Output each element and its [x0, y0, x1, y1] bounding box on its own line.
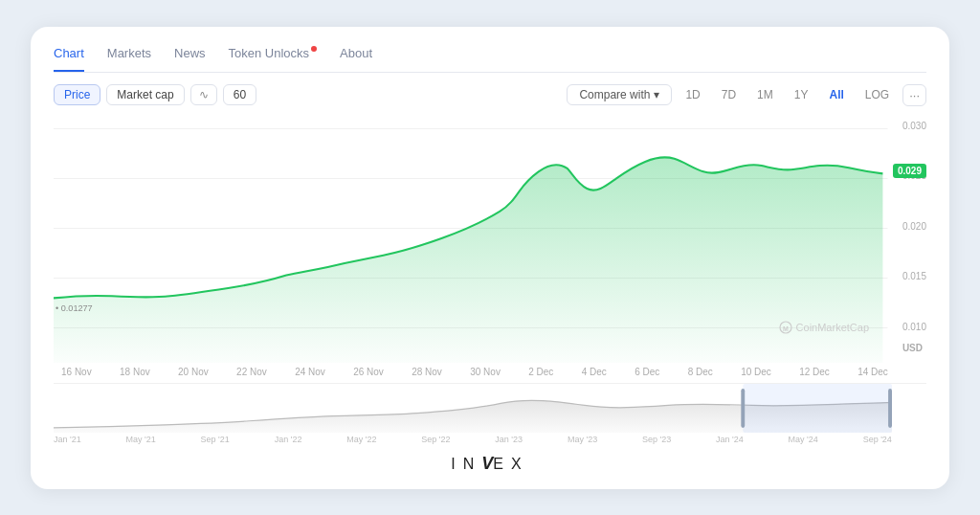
mini-x-label-7: May '23 [568, 435, 597, 444]
nav-tabs: Chart Markets News Token Unlocks About [54, 46, 926, 73]
tab-token-unlocks-label: Token Unlocks [229, 46, 310, 60]
tab-token-unlocks[interactable]: Token Unlocks [229, 46, 318, 72]
watermark: M CoinMarketCap [779, 321, 869, 334]
mini-x-label-9: Jan '24 [716, 435, 744, 444]
mini-x-label-10: May '24 [789, 435, 818, 444]
x-label-11: 8 Dec [688, 367, 713, 377]
x-label-6: 28 Nov [412, 367, 442, 377]
tab-markets-label: Markets [107, 46, 151, 60]
mini-chart-svg [54, 384, 892, 433]
time-1m-button[interactable]: 1M [749, 85, 781, 104]
x-label-10: 6 Dec [635, 367, 659, 377]
mini-x-label-0: Jan '21 [54, 435, 81, 444]
x-label-1: 18 Nov [120, 367, 150, 377]
compare-label: Compare with [579, 88, 650, 101]
mini-x-label-11: Sep '24 [863, 435, 892, 444]
value-button[interactable]: 60 [223, 84, 256, 105]
more-options-button[interactable]: ··· [902, 84, 926, 106]
compare-button[interactable]: Compare with ▾ [567, 84, 672, 105]
usd-label: USD [902, 343, 923, 353]
main-card: Chart Markets News Token Unlocks About P… [31, 27, 949, 489]
toolbar-right: Compare with ▾ 1D 7D 1M 1Y All LOG ··· [567, 84, 926, 106]
x-label-13: 12 Dec [799, 367, 830, 377]
mini-x-label-1: May '21 [126, 435, 156, 444]
time-7d-button[interactable]: 7D [714, 85, 744, 104]
price-button[interactable]: Price [54, 84, 100, 105]
mini-x-label-6: Jan '23 [495, 435, 523, 444]
svg-text:• 0.01277: • 0.01277 [56, 302, 93, 312]
watermark-text: CoinMarketCap [796, 322, 869, 333]
x-label-8: 2 Dec [528, 367, 553, 377]
log-button[interactable]: LOG [858, 85, 897, 104]
mini-chart-area[interactable] [54, 383, 926, 433]
x-label-12: 10 Dec [741, 367, 771, 377]
time-1y-button[interactable]: 1Y [787, 85, 816, 104]
toolbar: Price Market cap ∿ 60 Compare with ▾ 1D … [54, 84, 926, 106]
tab-chart[interactable]: Chart [54, 46, 84, 72]
tab-news[interactable]: News [174, 46, 206, 72]
x-label-0: 16 Nov [61, 367, 92, 377]
mini-x-label-8: Sep '23 [642, 435, 671, 444]
mini-x-label-2: Sep '21 [201, 435, 230, 444]
coinmarketcap-logo-icon: M [779, 321, 792, 334]
tab-news-label: News [174, 46, 206, 60]
svg-rect-11 [888, 389, 892, 428]
marketcap-button[interactable]: Market cap [106, 84, 184, 105]
x-label-7: 30 Nov [470, 367, 501, 377]
chart-line-icon: ∿ [199, 88, 209, 101]
svg-rect-9 [743, 384, 892, 433]
chevron-down-icon: ▾ [654, 88, 659, 101]
mini-x-label-4: May '22 [346, 435, 376, 444]
x-label-5: 26 Nov [353, 367, 384, 377]
x-label-3: 22 Nov [236, 367, 267, 377]
x-label-9: 4 Dec [582, 367, 607, 377]
current-price-tag: 0.029 [893, 164, 926, 178]
x-label-14: 14 Dec [858, 367, 888, 377]
tab-about-label: About [340, 46, 372, 60]
x-label-4: 24 Nov [295, 367, 325, 377]
svg-rect-10 [741, 389, 745, 428]
mini-x-label-3: Jan '22 [275, 435, 302, 444]
tab-markets[interactable]: Markets [107, 46, 151, 72]
mini-x-label-5: Sep '22 [421, 435, 450, 444]
tab-about[interactable]: About [340, 46, 372, 72]
svg-text:M: M [783, 325, 789, 331]
main-chart-area: • 0.01277 0.030 0.025 0.020 0.015 0.010 … [54, 114, 926, 363]
time-all-button[interactable]: All [821, 85, 851, 104]
toolbar-left: Price Market cap ∿ 60 [54, 84, 256, 105]
x-label-2: 20 Nov [178, 367, 209, 377]
mini-x-axis-labels: Jan '21 May '21 Sep '21 Jan '22 May '22 … [54, 433, 926, 444]
tab-chart-label: Chart [54, 46, 84, 60]
token-unlocks-badge [311, 46, 317, 52]
time-1d-button[interactable]: 1D [678, 85, 707, 104]
invex-logo: INVEX [54, 444, 926, 474]
chart-type-button[interactable]: ∿ [190, 84, 217, 105]
x-axis-labels: 16 Nov 18 Nov 20 Nov 22 Nov 24 Nov 26 No… [54, 367, 926, 377]
